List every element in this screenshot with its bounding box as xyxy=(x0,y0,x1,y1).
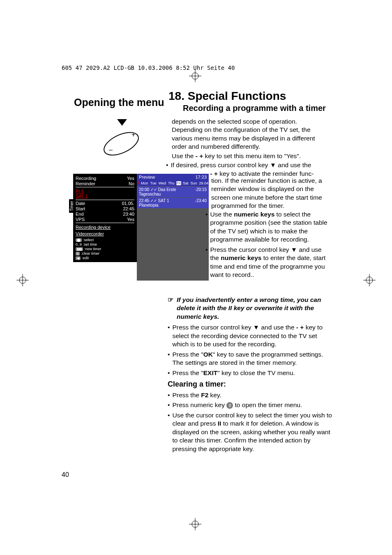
bullet-icon: • xyxy=(168,369,170,377)
page-number: 40 xyxy=(62,471,69,479)
vps-value: Yes xyxy=(127,217,134,222)
preview-channel-2: SAT 1 xyxy=(158,198,169,203)
preview-item-1: 20:00 ✓✓ Das Erste -20:15 Tagesschau xyxy=(137,187,209,197)
bullet-icon: • xyxy=(168,391,170,399)
bullet-icon: • xyxy=(205,210,208,244)
bullet-icon: • xyxy=(205,246,208,279)
day-sat: Sat xyxy=(182,181,189,185)
para-1: depends on the selected scope of operati… xyxy=(172,117,330,151)
preview-name-2: Planetopia xyxy=(139,203,158,207)
bullet-icon: • xyxy=(168,401,170,409)
recording-device-value: Videorecorder xyxy=(76,231,134,236)
reminder-label: Reminder xyxy=(76,181,95,186)
legend-text-edit: :edit xyxy=(82,256,89,260)
start-label: Start xyxy=(76,206,85,211)
legend-text-newtimer: :new timer xyxy=(84,247,101,251)
vps-label: VPS xyxy=(76,217,85,222)
body-text-indent: tion. If the reminder function is active… xyxy=(211,177,330,281)
section-number: 18. xyxy=(168,90,184,102)
clear-3: Use the cursor control key to select the… xyxy=(172,411,332,453)
day-tue: Tue xyxy=(150,181,157,185)
recording-device-label: Recording device xyxy=(76,225,134,230)
end-value: 23:40 xyxy=(123,212,134,216)
preview-days: Mon Tue Wed Thu Fri Sat Sun 29.04. xyxy=(137,180,209,186)
legend: ⬤:select 0..9:set time ▮▮▮:new timer II:… xyxy=(76,238,134,260)
day-mon: Mon xyxy=(141,181,149,185)
day-thu: Thu xyxy=(168,181,175,185)
section-name: Special Functions xyxy=(188,90,286,102)
preview-date: 29.04. xyxy=(199,181,210,185)
clear-2: Press numeric key 9 to open the timer me… xyxy=(172,401,302,409)
legend-key-cleartimer: II xyxy=(76,252,80,256)
recording-value: Yes xyxy=(127,176,134,181)
bullet-5: Press the "OK" key to save the programme… xyxy=(172,350,332,367)
pointing-hand-icon: ☞ xyxy=(168,296,173,321)
clearing-timer-heading: Clearing a timer: xyxy=(168,380,332,389)
registration-mark-right xyxy=(363,274,376,286)
recording-label: Recording xyxy=(76,176,96,181)
indent-1: tion. If the reminder function is active… xyxy=(211,177,330,210)
legend-key-select: ⬤ xyxy=(76,238,82,242)
note-block: ☞ If you inadvertently enter a wrong tim… xyxy=(168,296,332,321)
legend-key-settime: 0..9 xyxy=(76,242,82,246)
legend-key-edit: ◀ xyxy=(76,256,81,260)
remote-diagram: + – xyxy=(97,119,146,160)
bullet-6: Press the "EXIT" key to close the TV men… xyxy=(172,369,295,377)
start-value: 22:45 xyxy=(123,206,134,211)
record-dot-icon xyxy=(138,181,139,184)
preview-end-2: -23:40 xyxy=(195,198,207,203)
preview-item-2: 22:45 ✓✓ SAT 1 -23:40 Planetopia xyxy=(137,198,209,208)
day-wed: Wed xyxy=(158,181,166,185)
legend-text-select: :select xyxy=(83,238,94,242)
section-title: 18. Special Functions xyxy=(168,90,286,103)
preview-marks-2: ✓✓ xyxy=(150,198,157,203)
indent-3: Press the cursor control key ▼ and use t… xyxy=(210,246,330,279)
body-text-upper: depends on the selected scope of operati… xyxy=(172,117,330,179)
registration-mark-left xyxy=(16,274,29,286)
preview-end-1: -20:15 xyxy=(195,187,207,192)
bullet-icon: • xyxy=(168,350,170,367)
indent-2: Use the numeric keys to select the progr… xyxy=(210,210,330,244)
legend-text-settime: :set time xyxy=(83,242,97,246)
preview-channel-1: Das Erste xyxy=(158,187,176,192)
bullet-icon: • xyxy=(168,323,170,348)
programme-number: Pr 6 xyxy=(76,189,134,193)
end-label: End xyxy=(76,212,84,216)
preview-panel: Preview 17:23 Mon Tue Wed Thu Fri Sat Su… xyxy=(137,174,209,281)
down-triangle-icon xyxy=(117,119,127,126)
bullet-1: If desired, press cursor control key ▼ a… xyxy=(171,161,314,178)
para-2: Use the - + key to set this menu item to… xyxy=(172,152,330,160)
section-subtitle: Recording a programme with a timer xyxy=(183,104,326,113)
legend-key-newtimer: ▮▮▮ xyxy=(76,247,83,251)
date-label: Date xyxy=(76,201,85,206)
svg-text:+: + xyxy=(131,131,135,138)
numeric-key-9-icon: 9 xyxy=(226,402,233,409)
preview-start-1: 20:00 xyxy=(139,187,149,192)
clear-1: Press the F2 key. xyxy=(172,391,221,399)
preview-name-1: Tagesschau xyxy=(139,192,161,196)
bullet-4: Press the cursor control key ▼ and use t… xyxy=(172,323,332,348)
preview-title: Preview xyxy=(139,175,155,180)
note-text: If you inadvertently enter a wrong time,… xyxy=(177,296,332,321)
date-value: 01.05. xyxy=(122,201,134,206)
print-header: 605 47 2029.A2 LCD-GB 10.03.2006 8:52 Uh… xyxy=(62,64,235,71)
day-sun: Sun xyxy=(190,181,198,185)
preview-start-2: 22:45 xyxy=(139,198,149,203)
channel-name: SAT 1 xyxy=(76,193,134,198)
svg-text:–: – xyxy=(109,146,113,153)
legend-text-cleartimer: :clear timer xyxy=(81,251,99,256)
bullet-icon: • xyxy=(168,411,170,453)
svg-point-12 xyxy=(101,128,142,160)
preview-marks-1: ✓✓ xyxy=(150,187,157,192)
timer-panel: Timer RecordingYes ReminderNo Pr 6 SAT 1… xyxy=(73,174,137,262)
opening-menu-title: Opening the menu xyxy=(74,97,164,108)
day-fri: Fri xyxy=(176,181,182,185)
registration-mark-bottom xyxy=(189,518,201,530)
reminder-value: No xyxy=(129,181,134,186)
timer-vertical-label: Timer xyxy=(69,199,74,213)
bullet-icon: • xyxy=(166,161,168,178)
registration-mark-top xyxy=(189,70,201,82)
body-text-lower: ☞ If you inadvertently enter a wrong tim… xyxy=(168,296,332,455)
